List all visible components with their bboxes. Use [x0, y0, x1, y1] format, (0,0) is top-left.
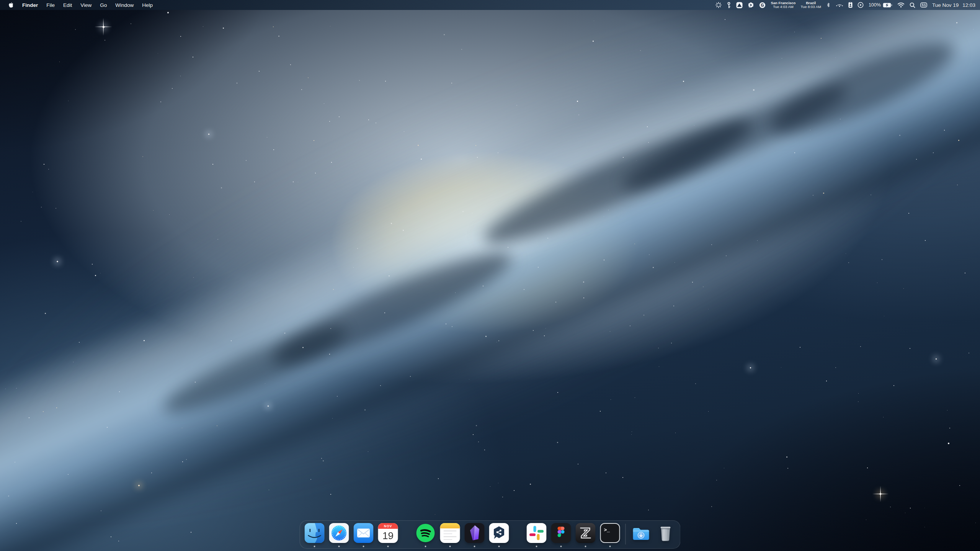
star [635, 397, 635, 398]
star [353, 267, 354, 268]
star [703, 286, 704, 287]
dock-item-trash[interactable] [656, 523, 676, 548]
menu-bar: Finder File Edit View Go Window Help [0, 0, 980, 10]
star [544, 335, 545, 336]
star [105, 40, 105, 41]
world-clock-brazil[interactable]: Brazil Tue 8:03 AM [800, 0, 821, 10]
star [182, 461, 183, 462]
star [293, 181, 294, 182]
star [947, 410, 947, 410]
star [45, 313, 46, 314]
dock-item-downloads[interactable] [631, 523, 651, 548]
spotlight-search-icon[interactable] [910, 0, 915, 10]
star [259, 71, 260, 72]
menu-item-view[interactable]: View [76, 0, 96, 10]
star [444, 34, 445, 35]
star [16, 388, 17, 389]
star [890, 507, 891, 507]
star [600, 411, 601, 412]
control-center-icon[interactable] [920, 0, 927, 10]
apple-menu[interactable] [0, 0, 18, 10]
menu-clock[interactable]: Tue Nov 19 12:03 [932, 2, 975, 8]
running-indicator [536, 546, 537, 547]
running-indicator [387, 546, 389, 547]
dock-item-finder[interactable] [305, 523, 325, 548]
star [866, 520, 866, 520]
menu-item-edit[interactable]: Edit [59, 0, 76, 10]
star [675, 433, 676, 433]
menu-clock-date: Tue Nov 19 [932, 2, 959, 8]
star [438, 478, 439, 479]
key-icon[interactable] [727, 0, 731, 10]
star [79, 342, 80, 343]
bright-star [879, 492, 882, 495]
dock-item-obsidian[interactable] [465, 523, 485, 548]
dock-item-hexagon-chat[interactable] [489, 523, 509, 548]
dock: NOV 19 [300, 520, 681, 549]
sunburst-icon[interactable] [715, 0, 722, 10]
star [787, 468, 788, 469]
star [484, 450, 485, 450]
star [385, 81, 386, 82]
dock-item-zed[interactable] [576, 523, 596, 548]
world-clock-san-francisco[interactable]: San Francisco Tue 4:03 AM [771, 0, 795, 10]
dock-item-mail[interactable] [354, 523, 374, 548]
menu-item-go[interactable]: Go [96, 0, 111, 10]
running-indicator [363, 546, 364, 547]
bluetooth-icon[interactable] [826, 0, 831, 10]
star [695, 383, 696, 384]
star [131, 23, 131, 24]
menu-clock-time: 12:03 [962, 2, 975, 8]
star [858, 393, 859, 394]
dots-constellation-icon[interactable] [836, 0, 843, 10]
star [29, 417, 29, 418]
wifi-icon[interactable] [897, 0, 905, 10]
dock-item-safari[interactable] [329, 523, 349, 548]
star [323, 460, 324, 461]
triangle-app-icon[interactable] [736, 0, 743, 10]
dock-item-terminal[interactable]: >_ [600, 523, 620, 548]
zed-icon [576, 523, 596, 543]
star [158, 53, 158, 54]
dock-item-spotify[interactable] [416, 523, 436, 548]
trash-icon [656, 523, 676, 543]
dock-item-figma[interactable] [551, 523, 571, 548]
bright-star [750, 367, 751, 369]
menu-item-window[interactable]: Window [111, 0, 138, 10]
menu-item-help[interactable]: Help [138, 0, 157, 10]
g-circle-icon[interactable]: G [759, 0, 766, 10]
id-badge-icon[interactable] [848, 0, 853, 10]
star [538, 267, 539, 268]
star [908, 213, 909, 214]
star [956, 22, 957, 23]
star [172, 88, 173, 89]
bright-star [208, 133, 210, 135]
star [530, 484, 531, 485]
calendar-month: NOV [378, 523, 398, 529]
bright-star [935, 358, 937, 360]
star [308, 77, 309, 78]
now-playing-icon[interactable] [858, 0, 864, 10]
star [359, 80, 360, 81]
star [193, 57, 193, 57]
battery-status[interactable]: 100% [869, 2, 892, 8]
star [290, 64, 291, 65]
star [533, 330, 534, 331]
star [403, 230, 404, 231]
menu-item-file[interactable]: File [42, 0, 59, 10]
downloads-folder-icon [631, 523, 651, 543]
menu-item-finder[interactable]: Finder [18, 0, 42, 10]
star [265, 383, 265, 384]
running-indicator [474, 546, 475, 547]
spotify-icon [416, 523, 436, 543]
star [446, 324, 446, 324]
dock-item-slack[interactable] [527, 523, 547, 548]
star [957, 185, 958, 185]
dock-item-notes[interactable] [440, 523, 460, 548]
star [711, 506, 712, 507]
star [860, 346, 861, 347]
star [949, 428, 950, 428]
dock-item-calendar[interactable]: NOV 19 [378, 523, 398, 548]
star [490, 486, 490, 487]
hexagon-chat-icon[interactable] [748, 0, 754, 10]
